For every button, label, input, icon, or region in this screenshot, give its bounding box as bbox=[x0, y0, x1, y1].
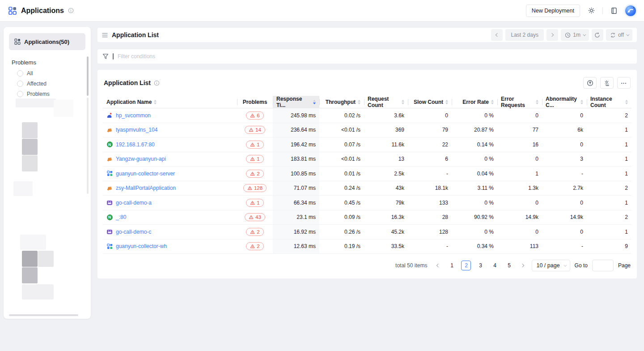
throughput-cell: <0.01 /s bbox=[319, 123, 364, 137]
problems-badge[interactable]: 2 bbox=[246, 228, 263, 236]
column-header-throughput[interactable]: Throughput bbox=[319, 96, 364, 108]
problems-count: 6 bbox=[257, 113, 259, 118]
column-header-request[interactable]: Request Count bbox=[364, 96, 408, 108]
warning-icon bbox=[250, 171, 255, 176]
column-header-name[interactable]: Application Name bbox=[103, 96, 237, 108]
application-link[interactable]: guanyun-collector-wh bbox=[116, 243, 167, 249]
column-header-response[interactable]: Response Ti... bbox=[273, 96, 319, 108]
export-button[interactable] bbox=[583, 77, 597, 89]
time-prev-button[interactable] bbox=[491, 29, 503, 41]
slow-count-cell: - bbox=[408, 167, 452, 181]
sort-carets-icon[interactable] bbox=[536, 100, 538, 104]
problems-badge[interactable]: 6 bbox=[246, 111, 263, 120]
problems-badge[interactable]: 1 bbox=[246, 199, 263, 207]
filter-cursor-divider bbox=[113, 53, 114, 60]
throughput-cell: 0.45 /s bbox=[319, 196, 364, 210]
column-header-abnormality[interactable]: Abnormality C... bbox=[542, 96, 587, 108]
radio-option-all[interactable]: All bbox=[17, 70, 91, 77]
page-number-5[interactable]: 5 bbox=[504, 261, 514, 270]
response-time-cell: 183.81 ms bbox=[273, 152, 319, 167]
settings-gear-icon[interactable] bbox=[586, 6, 596, 16]
instance-count-cell: 9 bbox=[587, 240, 631, 254]
problems-count: 2 bbox=[257, 171, 259, 176]
interval-dropdown[interactable]: 1m bbox=[561, 29, 589, 41]
sidebar-scrollbar-thumb[interactable] bbox=[87, 56, 89, 96]
auto-refresh-dropdown[interactable]: off bbox=[606, 29, 632, 41]
refresh-button[interactable] bbox=[592, 29, 603, 41]
sort-carets-icon[interactable] bbox=[491, 100, 494, 104]
sort-carets-icon[interactable] bbox=[154, 100, 157, 104]
sort-carets-icon[interactable] bbox=[580, 100, 583, 104]
pagination-next-icon[interactable] bbox=[518, 260, 527, 271]
filter-conditions-input[interactable] bbox=[118, 53, 632, 60]
column-header-error_requests[interactable]: Error Requests bbox=[497, 96, 542, 108]
page-toolbar: Application List Last 2 days 1m bbox=[97, 28, 637, 42]
radio-circle-icon[interactable] bbox=[17, 91, 23, 97]
sort-carets-icon[interactable] bbox=[358, 100, 360, 104]
radio-option-affected[interactable]: Affected bbox=[17, 81, 91, 87]
card-info-icon[interactable] bbox=[154, 80, 160, 86]
abnormality-count-cell: 0 bbox=[542, 108, 587, 123]
error-rate-cell: 0 % bbox=[452, 196, 497, 210]
sidebar-horizontal-scrollbar[interactable] bbox=[9, 314, 78, 316]
more-actions-button[interactable]: ... bbox=[617, 77, 631, 89]
time-range-button[interactable]: Last 2 days bbox=[505, 29, 544, 41]
pagination-prev-icon[interactable] bbox=[433, 260, 442, 271]
request-count-cell: 369 bbox=[364, 123, 408, 137]
page-number-2[interactable]: 2 bbox=[461, 261, 471, 270]
sidebar-item-applications[interactable]: Applications(50) bbox=[9, 33, 85, 50]
radio-option-problems[interactable]: Problems bbox=[17, 91, 91, 97]
page-label: Page bbox=[618, 262, 631, 269]
column-header-slow[interactable]: Slow Count bbox=[408, 96, 452, 108]
radio-circle-icon[interactable] bbox=[17, 70, 23, 77]
throughput-cell: <0.01 /s bbox=[319, 152, 364, 167]
request-count-cell: 16.3k bbox=[364, 210, 408, 225]
new-deployment-button[interactable]: New Deployment bbox=[526, 4, 580, 17]
sort-carets-icon[interactable] bbox=[402, 100, 404, 104]
problems-badge[interactable]: 43 bbox=[245, 213, 265, 221]
sort-carets-icon[interactable] bbox=[625, 100, 628, 104]
page-size-select[interactable]: 10 / page bbox=[532, 260, 570, 271]
problems-badge[interactable]: 14 bbox=[245, 126, 265, 134]
error-requests-cell: 1.3k bbox=[497, 181, 542, 196]
application-link[interactable]: guanyun-collector-server bbox=[116, 171, 175, 177]
content-area: Applications(50) Problems AllAffectedPro… bbox=[0, 21, 644, 351]
problems-badge[interactable]: 1 bbox=[246, 155, 263, 163]
docs-book-icon[interactable] bbox=[609, 6, 619, 16]
column-header-error_rate[interactable]: Error Rate bbox=[452, 96, 497, 108]
table-settings-button[interactable] bbox=[600, 77, 614, 89]
problems-badge[interactable]: 128 bbox=[243, 184, 267, 192]
application-link[interactable]: zsy-MallPortalApplication bbox=[116, 185, 176, 191]
application-link[interactable]: go-call-demo-a bbox=[116, 200, 152, 206]
column-label: Slow Count bbox=[414, 99, 443, 105]
application-link[interactable]: _:80 bbox=[116, 214, 126, 220]
application-link[interactable]: hp_svcommon bbox=[116, 112, 151, 119]
column-header-instance[interactable]: Instance Count bbox=[587, 96, 631, 108]
application-link[interactable]: 192.168.1.67:80 bbox=[116, 141, 155, 148]
application-link[interactable]: Yangzw-guanyun-api bbox=[116, 156, 166, 162]
time-next-button[interactable] bbox=[547, 29, 558, 41]
application-list-card: Application List bbox=[97, 70, 637, 278]
radio-circle-icon[interactable] bbox=[17, 81, 23, 87]
problems-badge[interactable]: 2 bbox=[246, 242, 263, 250]
goto-page-input[interactable] bbox=[592, 260, 614, 271]
sidebar-item-label: Applications(50) bbox=[24, 39, 69, 45]
page-number-1[interactable]: 1 bbox=[447, 261, 457, 270]
application-link[interactable]: go-call-demo-c bbox=[116, 229, 151, 235]
sort-carets-icon[interactable] bbox=[313, 100, 316, 104]
page-number-4[interactable]: 4 bbox=[490, 261, 500, 270]
problems-badge[interactable]: 1 bbox=[246, 141, 263, 149]
warning-icon bbox=[250, 201, 255, 205]
page-number-3[interactable]: 3 bbox=[475, 261, 485, 270]
table-row: hp_svcommon 6 245.98 ms 0.02 /s 3.6k 0 0… bbox=[103, 108, 631, 123]
column-label: Request Count bbox=[368, 96, 399, 108]
sort-carets-icon[interactable] bbox=[445, 100, 448, 104]
pagination: total 50 items 12345 10 / page Go to Pag… bbox=[103, 260, 631, 271]
problems-badge[interactable]: 2 bbox=[246, 170, 263, 178]
problems-count: 43 bbox=[255, 214, 261, 220]
application-link[interactable]: tyaspmvulns_104 bbox=[116, 127, 157, 133]
throughput-cell: 0.09 /s bbox=[319, 210, 364, 225]
page-info-icon[interactable] bbox=[68, 8, 74, 13]
java-app-icon bbox=[106, 156, 113, 162]
ai-assistant-icon[interactable] bbox=[625, 5, 636, 16]
